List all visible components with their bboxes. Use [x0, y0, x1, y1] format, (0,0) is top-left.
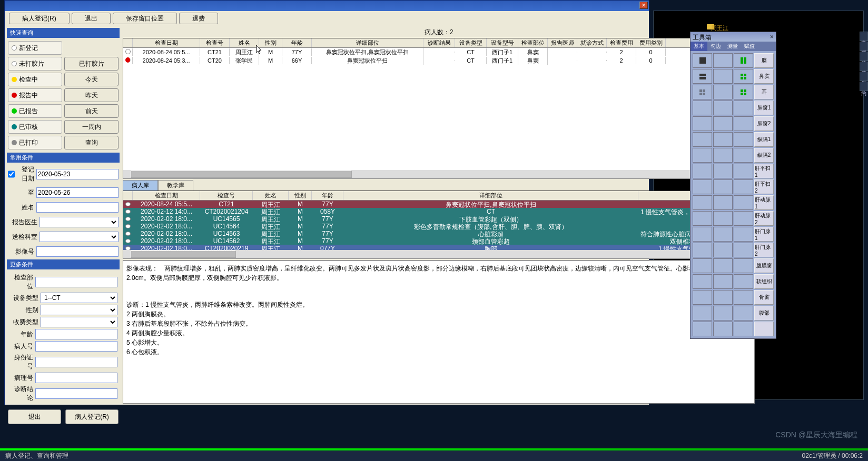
toolbox-tool[interactable] [713, 53, 733, 68]
filter-unprinted[interactable]: 未打胶片 [8, 57, 62, 71]
select-sex[interactable] [41, 305, 117, 315]
toolbox-tab[interactable]: 测量 [724, 42, 741, 51]
toolbox-tool[interactable] [734, 148, 753, 163]
chk-regdate[interactable] [8, 169, 15, 179]
side-tab[interactable]: 获人 [860, 32, 868, 41]
report-text[interactable]: 影像表现： 两肺纹理增多，粗乱，两肺实质密度增高，呈纤维化改变。两肺可见多发片状… [123, 260, 755, 404]
toolbox-tool[interactable] [734, 101, 753, 115]
menu-save-pos[interactable]: 保存窗口位置 [113, 13, 177, 24]
toolbox-tool[interactable] [693, 258, 712, 273]
history-table[interactable]: 检查日期检查号姓名性别年龄详细部位 2020-08-24 05:5...CT21… [123, 191, 755, 259]
menu-register[interactable]: 病人登记(R) [9, 13, 70, 24]
toolbox-preset[interactable]: 肝动脉1 [754, 195, 774, 210]
toolbox-tab[interactable]: 基本 [691, 42, 707, 51]
toolbox-tool[interactable] [734, 322, 753, 336]
toolbox-tool[interactable] [734, 69, 753, 84]
toolbox-tool[interactable] [693, 116, 712, 131]
history-row[interactable]: 2020-08-24 05:5...CT21周王江M77Y鼻窦冠状位平扫,鼻窦冠… [123, 201, 754, 208]
toolbox-preset[interactable]: 肺窗2 [754, 116, 774, 131]
select-doctor[interactable] [40, 217, 119, 227]
toolbox-tool[interactable] [693, 132, 712, 147]
filter-printed2[interactable]: 已打印 [8, 136, 62, 149]
input-imgno[interactable] [36, 246, 119, 257]
toolbox-tool[interactable] [713, 148, 733, 163]
input-name[interactable] [36, 202, 119, 213]
input-idno[interactable] [35, 357, 117, 367]
toolbox-tool[interactable] [693, 322, 712, 336]
toolbox-tool[interactable] [713, 243, 733, 257]
toolbox-preset[interactable]: 肝平扫2 [754, 179, 774, 194]
btn-exit[interactable]: 退出 [8, 409, 61, 424]
toolbox-preset[interactable]: 骨窗 [754, 290, 774, 305]
history-row[interactable]: 2020-02-02 18:0...UC14563周王江M77Y心脏彩超符合肺源… [123, 230, 754, 237]
toolbox-tool[interactable] [693, 211, 712, 226]
toolbox-tool[interactable] [734, 179, 753, 194]
tab-patient-db[interactable]: 病人库 [123, 180, 158, 191]
side-tab[interactable]: 约 [860, 82, 868, 91]
toolbox-tool[interactable] [734, 164, 753, 178]
side-tab[interactable]: 维护 [860, 52, 868, 61]
filter-checking[interactable]: 检查中 [8, 73, 62, 86]
input-part[interactable] [35, 277, 117, 287]
patient-table[interactable]: 检查日期检查号姓名性别年龄详细部位诊断结果设备类型设备型号检查部位报告医师就诊方… [123, 38, 755, 179]
toolbox-preset[interactable]: 纵隔2 [754, 148, 774, 163]
btn-week[interactable]: 一周内 [64, 120, 119, 134]
toolbox-preset[interactable]: 肝平扫1 [754, 164, 774, 178]
toolbox-preset[interactable]: 肝门脉2 [754, 243, 774, 257]
table-row[interactable]: 2020-08-24 05:5...CT21周王江M77Y鼻窦冠状位平扫,鼻窦冠… [123, 48, 754, 56]
select-dept[interactable] [40, 232, 119, 242]
side-tab[interactable]: 观片 [860, 42, 868, 51]
history-row[interactable]: 2020-02-02 18:0...UC14565周王江M77Y下肢血管彩超（双… [123, 215, 754, 223]
history-row[interactable]: 2020-02-02 18:0...UC14562周王江M77Y颈部血管彩超双侧… [123, 237, 754, 245]
toolbox-tool[interactable] [713, 195, 733, 210]
toolbox-tool[interactable] [713, 101, 733, 115]
toolbox-tool[interactable] [693, 53, 712, 68]
btn-printed[interactable]: 已打胶片 [64, 57, 119, 71]
toolbox-tool[interactable] [693, 164, 712, 178]
toolbox-tab[interactable]: 赋值 [741, 42, 758, 51]
side-tab[interactable]: 振处 [860, 62, 868, 71]
toolbox-tool[interactable] [693, 179, 712, 194]
date-to[interactable] [36, 187, 119, 198]
toolbox-tool[interactable] [713, 211, 733, 226]
toolbox-preset[interactable]: 耳 [754, 85, 774, 99]
toolbox-tool[interactable] [734, 290, 753, 305]
history-row[interactable]: 2020-02-12 14:0...CT2020021204周王江M058YCT… [123, 208, 754, 215]
toolbox-tool[interactable] [734, 211, 753, 226]
toolbox-tool[interactable] [713, 322, 733, 336]
toolbox-tool[interactable] [713, 227, 733, 242]
toolbox-tab[interactable]: 勾边 [707, 42, 724, 51]
date-from[interactable] [36, 169, 119, 179]
toolbox-tool[interactable] [693, 243, 712, 257]
menu-exit[interactable]: 退出 [72, 13, 111, 24]
tab-teach-db[interactable]: 教学库 [158, 180, 193, 191]
filter-reported[interactable]: 已报告 [8, 104, 62, 118]
toolbox-tool[interactable] [713, 116, 733, 131]
toolbox-window[interactable]: 工具箱× 基本勾边测量赋值 脑鼻窦耳肺窗1肺窗2纵隔1纵隔2肝平扫1肝平扫2肝动… [690, 32, 776, 339]
toolbox-tool[interactable] [713, 290, 733, 305]
toolbox-preset[interactable]: 腹部 [754, 306, 774, 320]
toolbox-tool[interactable] [693, 148, 712, 163]
hscrollbar[interactable] [123, 170, 754, 178]
input-cno[interactable] [35, 373, 117, 383]
toolbox-tool[interactable] [734, 227, 753, 242]
toolbox-tool[interactable] [734, 195, 753, 210]
btn-today[interactable]: 今天 [64, 73, 119, 86]
toolbox-close-icon[interactable]: × [770, 33, 774, 41]
toolbox-tool[interactable] [734, 306, 753, 320]
table-row[interactable]: 2020-08-24 05:3...CT20张学民M66Y鼻窦冠状位平扫CT西门… [123, 56, 754, 65]
btn-yesterday[interactable]: 昨天 [64, 88, 119, 102]
toolbox-tool[interactable] [734, 274, 753, 289]
toolbox-tool[interactable] [693, 85, 712, 99]
toolbox-tool[interactable] [693, 227, 712, 242]
toolbox-preset[interactable]: 肝门脉1 [754, 227, 774, 242]
mid-hscroll[interactable] [123, 250, 754, 258]
toolbox-preset[interactable]: 纵隔1 [754, 132, 774, 147]
toolbox-tool[interactable] [693, 290, 712, 305]
toolbox-preset[interactable]: 腹膜窗 [754, 258, 774, 273]
toolbox-tool[interactable] [713, 274, 733, 289]
toolbox-preset[interactable]: 肝动脉2 [754, 211, 774, 226]
btn-daybefore[interactable]: 前天 [64, 104, 119, 118]
toolbox-tool[interactable] [693, 195, 712, 210]
filter-new-reg[interactable]: 新登记 [8, 41, 62, 55]
